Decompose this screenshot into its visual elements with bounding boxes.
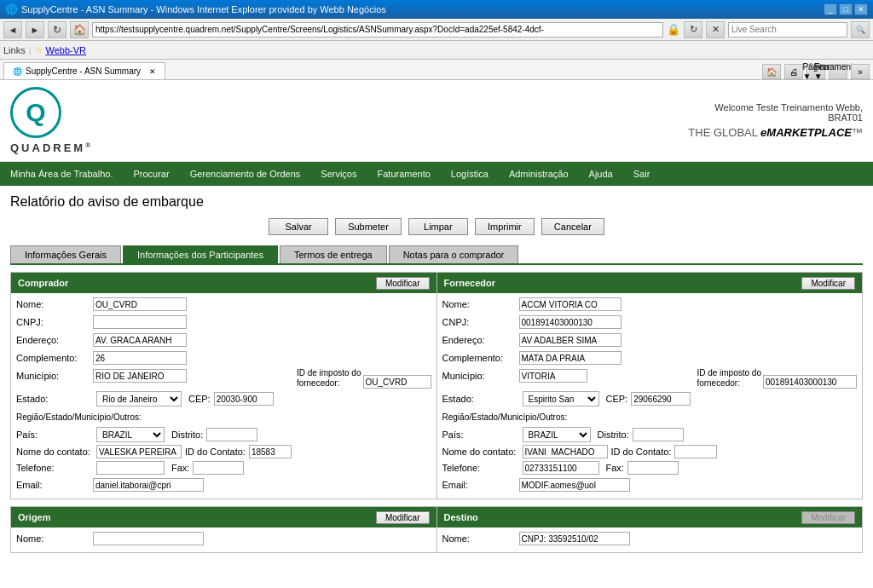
nav-item-exit[interactable]: Sair — [623, 162, 661, 186]
nav-menu: Minha Área de Trabalho. Procurar Gerenci… — [0, 162, 873, 186]
nav-item-admin[interactable]: Administração — [499, 162, 579, 186]
comprador-fax-input[interactable] — [193, 461, 244, 475]
destino-body: Nome: — [437, 527, 863, 552]
forward-button[interactable]: ► — [26, 21, 44, 38]
nav-item-logistics[interactable]: Logística — [441, 162, 499, 186]
nav-item-search[interactable]: Procurar — [123, 162, 179, 186]
logo-area: Q QUADREM® — [10, 87, 93, 154]
comprador-endereco-input[interactable] — [93, 333, 187, 347]
origem-nome-input[interactable] — [93, 532, 204, 545]
comprador-id-contato-label: ID do Contato: — [185, 447, 246, 457]
home-tool-button[interactable]: 🏠 — [762, 64, 781, 79]
destino-modify-button[interactable]: Modificar — [801, 511, 855, 524]
nav-item-work[interactable]: Minha Área de Trabalho. — [0, 162, 123, 186]
page-content: Q QUADREM® Welcome Teste Treinamento Web… — [0, 80, 873, 562]
nav-item-services[interactable]: Serviços — [310, 162, 367, 186]
fornecedor-nome-row: Nome: — [442, 297, 858, 312]
welcome-text: Welcome Teste Treinamento Webb, BRAT01 — [688, 102, 863, 123]
comprador-municipio-input[interactable] — [93, 369, 187, 383]
comprador-pais-label: País: — [16, 429, 93, 440]
comprador-complemento-input[interactable] — [93, 351, 187, 365]
origem-header: Origem Modificar — [11, 507, 436, 527]
comprador-cnpj-input[interactable] — [93, 315, 187, 329]
fornecedor-endereco-input[interactable] — [519, 333, 622, 347]
refresh-button[interactable]: ↻ — [48, 21, 66, 38]
stop-button[interactable]: ✕ — [706, 21, 725, 38]
title-bar: 🌐 SupplyCentre - ASN Summary - Windows I… — [0, 0, 873, 19]
minimize-button[interactable]: _ — [824, 3, 837, 15]
nav-item-orders[interactable]: Gerenciamento de Ordens — [180, 162, 311, 186]
search-go-button[interactable]: 🔍 — [851, 21, 870, 38]
fornecedor-estado-select[interactable]: Espirito San — [523, 391, 599, 406]
back-button[interactable]: ◄ — [3, 21, 22, 38]
comprador-nome-input[interactable] — [93, 297, 187, 311]
more-button[interactable]: » — [851, 64, 870, 79]
comprador-telefone-input[interactable] — [96, 461, 165, 475]
fornecedor-pais-label: País: — [442, 429, 519, 440]
save-button[interactable]: Salvar — [269, 218, 328, 235]
tab-general-info[interactable]: Informações Gerais — [10, 245, 121, 263]
origem-modify-button[interactable]: Modificar — [376, 511, 430, 524]
tab-close-icon[interactable]: ✕ — [149, 67, 156, 76]
home-button[interactable]: 🏠 — [70, 21, 89, 38]
comprador-id-imposto-input[interactable] — [363, 375, 431, 389]
fornecedor-complemento-input[interactable] — [519, 351, 622, 365]
comprador-nome-contato-input[interactable] — [96, 445, 182, 458]
fornecedor-nome-contato-label: Nome do contato: — [442, 447, 519, 457]
fornecedor-nome-contato-input[interactable] — [523, 445, 608, 458]
tab-delivery[interactable]: Termos de entrega — [280, 245, 387, 263]
destino-panel: Destino Modificar Nome: — [436, 507, 863, 552]
logo-text: QUADREM® — [10, 141, 93, 154]
fornecedor-id-contato-input[interactable] — [674, 445, 717, 458]
fornecedor-fax-input[interactable] — [627, 461, 679, 475]
links-label: Links — [3, 45, 26, 55]
tab-buyer-notes[interactable]: Notas para o comprador — [389, 245, 519, 263]
fornecedor-email-input[interactable] — [519, 478, 630, 492]
fornecedor-cep-input[interactable] — [631, 392, 691, 406]
comprador-modify-button[interactable]: Modificar — [376, 277, 430, 290]
origem-nome-label: Nome: — [16, 533, 93, 544]
comprador-telefone-label: Telefone: — [16, 463, 93, 473]
fornecedor-municipio-label: Município: — [442, 371, 519, 381]
comprador-pais-select[interactable]: BRAZIL — [96, 427, 165, 442]
fornecedor-complemento-label: Complemento: — [442, 353, 519, 363]
fornecedor-telefone-input[interactable] — [523, 461, 599, 475]
fornecedor-distrito-input[interactable] — [633, 428, 684, 441]
refresh-page-button[interactable]: ↻ — [684, 21, 702, 38]
tab-participants[interactable]: Informações dos Participantes — [123, 245, 278, 263]
submit-button[interactable]: Submeter — [335, 218, 402, 235]
destino-nome-input[interactable] — [519, 532, 630, 545]
close-button[interactable]: ✕ — [854, 3, 868, 15]
nav-item-help[interactable]: Ajuda — [579, 162, 623, 186]
print-button[interactable]: Imprimir — [475, 218, 535, 235]
fornecedor-municipio-input[interactable] — [519, 369, 587, 383]
comprador-id-contato-input[interactable] — [249, 445, 292, 458]
address-bar: ◄ ► ↻ 🏠 🔒 ↻ ✕ 🔍 — [0, 19, 873, 41]
main-content: Relatório do aviso de embarque Salvar Su… — [0, 186, 873, 562]
fornecedor-email-label: Email: — [442, 480, 519, 490]
comprador-estado-select[interactable]: Rio de Janeiro — [96, 391, 182, 406]
comprador-email-input[interactable] — [93, 478, 204, 492]
nav-item-billing[interactable]: Faturamento — [367, 162, 440, 186]
tab-label: SupplyCentre - ASN Summary — [26, 66, 141, 76]
comprador-complemento-label: Complemento: — [16, 353, 93, 363]
fornecedor-modify-button[interactable]: Modificar — [801, 277, 855, 290]
active-tab[interactable]: 🌐 SupplyCentre - ASN Summary ✕ — [3, 62, 165, 79]
tools-dropdown-button[interactable]: Ferramentas ▼ — [829, 64, 847, 79]
print-tool-button[interactable]: 🖨 — [784, 64, 803, 79]
favorites-link[interactable]: Webb-VR — [46, 45, 86, 55]
search-input[interactable] — [728, 22, 847, 37]
cancel-button[interactable]: Cancelar — [541, 218, 604, 235]
fornecedor-header: Fornecedor Modificar — [437, 273, 863, 293]
comprador-cep-input[interactable] — [214, 392, 274, 406]
maximize-button[interactable]: □ — [839, 3, 853, 15]
fornecedor-id-imposto-input[interactable] — [763, 375, 857, 389]
clear-button[interactable]: Limpar — [408, 218, 468, 235]
comprador-distrito-input[interactable] — [206, 428, 257, 441]
comprador-panel: Comprador Modificar Nome: CNPJ: Endereço… — [11, 273, 436, 499]
fornecedor-nome-input[interactable] — [519, 297, 622, 311]
fornecedor-pais-select[interactable]: BRAZIL — [523, 427, 591, 442]
fornecedor-cnpj-input[interactable] — [519, 315, 622, 329]
address-input[interactable] — [92, 22, 663, 37]
tab-bar: 🌐 SupplyCentre - ASN Summary ✕ 🏠 🖨 Págin… — [0, 60, 873, 80]
